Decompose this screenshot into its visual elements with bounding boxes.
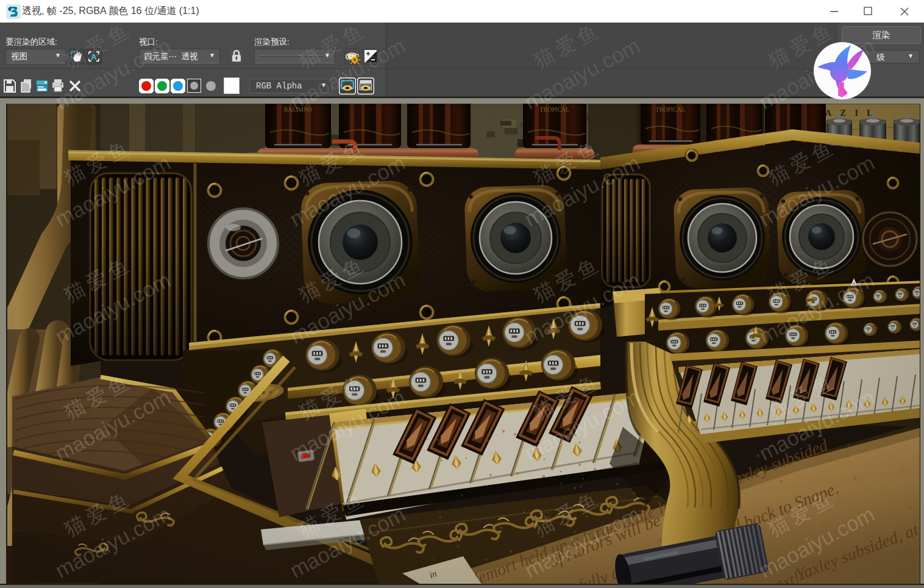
svg-text:A: A [91, 52, 97, 62]
